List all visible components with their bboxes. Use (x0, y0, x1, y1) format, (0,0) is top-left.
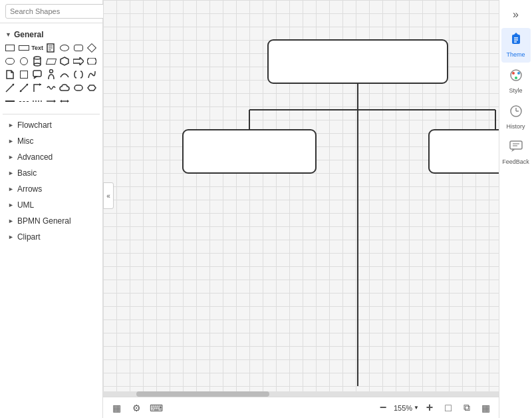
misc-arrow-icon: ► (8, 138, 14, 144)
general-label: General (14, 30, 44, 39)
shape-circle[interactable] (18, 55, 30, 67)
bpmn-label: BPMN General (17, 216, 71, 226)
uml-label: UML (17, 200, 34, 210)
collapse-left-button[interactable]: « (103, 182, 114, 209)
shape-line-both[interactable] (59, 95, 70, 107)
shape-rect-wide[interactable] (18, 42, 30, 54)
sidebar-item-clipart[interactable]: ► Clipart (3, 229, 100, 245)
shapes-panel: ▼ General Text (0, 23, 102, 418)
clipart-label: Clipart (17, 232, 41, 242)
right-tool-style[interactable]: Style (501, 64, 531, 99)
bottom-left-tools: ▦ ⚙ ⌨ (108, 400, 164, 416)
svg-rect-48 (510, 141, 522, 149)
horizontal-scrollbar[interactable] (103, 391, 499, 397)
shape-hexagon[interactable] (59, 55, 70, 67)
svg-marker-10 (87, 58, 96, 65)
shape-line-solid[interactable] (4, 95, 16, 107)
scrollbar-thumb[interactable] (136, 391, 269, 397)
collapse-right-button[interactable]: » (507, 5, 525, 24)
sidebar-item-flowchart[interactable]: ► Flowchart (3, 117, 100, 133)
shape-line-dotted[interactable] (31, 95, 43, 107)
shape-arc[interactable] (59, 69, 70, 81)
clipart-arrow-icon: ► (8, 234, 14, 240)
table-view-button[interactable]: ▦ (108, 400, 124, 416)
uml-arrow-icon: ► (8, 202, 14, 208)
shape-misc[interactable] (86, 82, 98, 94)
shape-line-arrow[interactable] (45, 95, 57, 107)
shape-round-rect2[interactable] (4, 55, 16, 67)
shape-text[interactable]: Text (31, 42, 43, 54)
theme-label: Theme (506, 51, 525, 59)
shape-diamond[interactable] (86, 42, 98, 54)
bpmn-arrow-icon: ► (8, 218, 14, 224)
svg-line-16 (20, 84, 28, 92)
shape-double-arrow[interactable] (18, 82, 30, 94)
sidebar-item-bpmn[interactable]: ► BPMN General (3, 213, 100, 229)
zoom-level-display[interactable]: 155% ▼ (394, 404, 419, 412)
feedback-label: FeedBack (502, 158, 529, 166)
flowchart-label: Flowchart (17, 120, 52, 130)
fit-page-button[interactable]: □ (440, 400, 456, 416)
svg-marker-26 (60, 100, 62, 103)
shape-term[interactable] (72, 82, 84, 94)
feedback-icon (509, 139, 523, 157)
shape-parallelogram[interactable] (45, 55, 57, 67)
shape-cloud[interactable] (59, 82, 70, 94)
canvas-container[interactable]: « (103, 0, 499, 391)
zoom-out-button[interactable]: − (375, 400, 391, 416)
shape-round-rect[interactable] (72, 42, 84, 54)
advanced-arrow-icon: ► (8, 154, 14, 160)
zoom-value: 155% (394, 404, 412, 412)
misc-label: Misc (17, 136, 34, 146)
right-tool-history[interactable]: History (501, 100, 531, 134)
svg-marker-21 (88, 85, 96, 91)
arrows-label: Arrows (17, 184, 42, 194)
zoom-dropdown-icon: ▼ (414, 405, 419, 411)
shape-line-dashed[interactable] (18, 95, 30, 107)
shape-person[interactable] (45, 69, 57, 81)
shape-elbow-arrow[interactable] (31, 82, 43, 94)
search-input[interactable] (5, 4, 106, 19)
shape-step[interactable] (86, 55, 98, 67)
sidebar-item-uml[interactable]: ► UML (3, 197, 100, 213)
svg-rect-34 (429, 130, 499, 173)
sidebar-item-basic[interactable]: ► Basic (3, 165, 100, 181)
main-area: « ▦ ⚙ ⌨ (103, 0, 499, 418)
sidebar-item-misc[interactable]: ► Misc (3, 133, 100, 149)
svg-point-4 (34, 57, 41, 59)
basic-arrow-icon: ► (8, 170, 14, 176)
shape-oval[interactable] (59, 42, 70, 54)
shape-cross-arrow[interactable] (4, 82, 16, 94)
shape-doc[interactable] (4, 69, 16, 81)
right-tool-theme[interactable]: Theme (501, 28, 531, 63)
shape-arrow[interactable] (72, 55, 84, 67)
keyboard-button[interactable]: ⌨ (148, 400, 164, 416)
style-icon (509, 68, 523, 86)
shape-rect[interactable] (4, 42, 16, 54)
fullscreen-button[interactable]: ⧉ (459, 400, 475, 416)
shape-wavy[interactable] (45, 82, 57, 94)
style-label: Style (509, 87, 522, 95)
basic-label: Basic (17, 168, 37, 178)
general-section-header[interactable]: ▼ General (3, 27, 100, 41)
right-tool-feedback[interactable]: FeedBack (501, 135, 531, 170)
diagram-canvas[interactable] (103, 0, 499, 391)
sidebar-item-advanced[interactable]: ► Advanced (3, 149, 100, 165)
settings-button[interactable]: ⚙ (128, 400, 144, 416)
svg-rect-33 (183, 130, 316, 173)
grid-toggle-button[interactable]: ▦ (477, 400, 493, 416)
history-label: History (506, 123, 525, 130)
shape-square2[interactable] (18, 69, 30, 81)
shapes-grid: Text (3, 41, 100, 111)
svg-rect-20 (74, 85, 82, 91)
sidebar-item-arrows[interactable]: ► Arrows (3, 181, 100, 197)
shape-callout[interactable] (31, 69, 43, 81)
shape-bracket[interactable] (72, 69, 84, 81)
zoom-in-button[interactable]: + (422, 400, 438, 416)
shape-cylinder[interactable] (31, 55, 43, 67)
shape-note[interactable] (45, 42, 57, 54)
svg-marker-9 (73, 57, 84, 65)
svg-point-44 (515, 77, 517, 79)
general-arrow-icon: ▼ (5, 31, 11, 38)
shape-s-curve[interactable] (86, 69, 98, 81)
